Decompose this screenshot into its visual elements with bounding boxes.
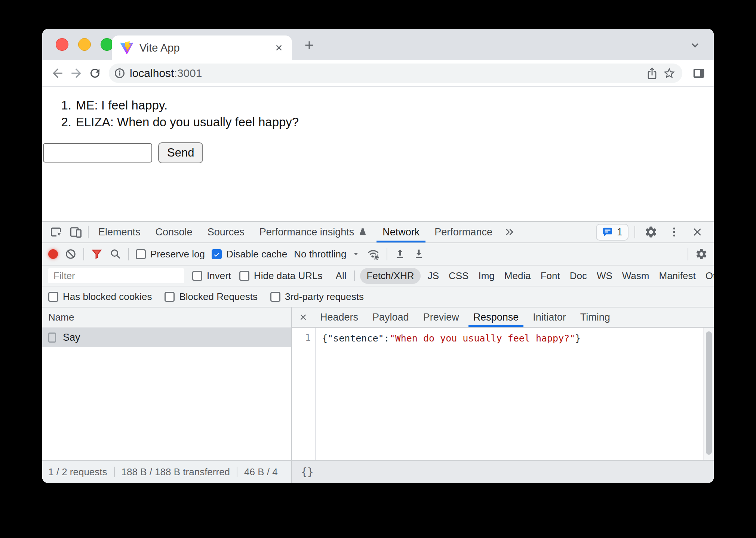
xhr-document-icon — [48, 333, 56, 343]
filter-type-all[interactable]: All — [331, 270, 351, 282]
vertical-scrollbar[interactable] — [703, 328, 714, 460]
checkbox-unchecked-icon — [165, 292, 175, 302]
detail-tab-headers[interactable]: Headers — [313, 307, 365, 327]
close-detail-icon[interactable] — [294, 307, 313, 327]
url-port: :3001 — [174, 67, 202, 79]
detail-tab-response[interactable]: Response — [466, 307, 526, 327]
tab-performance-insights[interactable]: Performance insights — [252, 222, 375, 242]
invert-checkbox[interactable]: Invert — [192, 270, 231, 282]
filter-input[interactable] — [48, 268, 184, 283]
filter-type-doc[interactable]: Doc — [565, 270, 592, 282]
issues-badge[interactable]: 1 — [596, 224, 629, 241]
tab-search-chevron-icon[interactable] — [688, 38, 703, 53]
response-viewer[interactable]: 1 {"sentence":"When do you usually feel … — [292, 328, 714, 460]
kebab-menu-icon[interactable] — [664, 222, 684, 242]
response-code: {"sentence":"When do you usually feel ha… — [316, 328, 714, 460]
detail-tab-initiator[interactable]: Initiator — [526, 307, 573, 327]
tab-elements[interactable]: Elements — [91, 222, 148, 242]
message-input[interactable] — [43, 143, 152, 163]
checkbox-unchecked-icon — [136, 249, 146, 259]
hide-data-urls-checkbox[interactable]: Hide data URLs — [239, 270, 323, 282]
preserve-log-checkbox[interactable]: Preserve log — [136, 248, 205, 260]
filter-type-js[interactable]: JS — [423, 270, 444, 282]
chat-bubble-icon — [602, 226, 613, 238]
checkbox-unchecked-icon — [192, 271, 202, 281]
filter-type-ws[interactable]: WS — [592, 270, 617, 282]
disable-cache-checkbox[interactable]: Disable cache — [212, 248, 287, 260]
tab-network[interactable]: Network — [375, 222, 427, 242]
clear-network-log-icon[interactable] — [65, 248, 77, 260]
dropdown-caret-icon — [352, 250, 360, 258]
bookmark-star-icon[interactable] — [661, 65, 678, 82]
issues-count: 1 — [617, 226, 623, 238]
filter-type-wasm[interactable]: Wasm — [617, 270, 654, 282]
network-status-bar: 1 / 2 requests 188 B / 188 B transferred… — [42, 460, 291, 483]
share-icon[interactable] — [643, 65, 661, 82]
scrollbar-thumb[interactable] — [706, 331, 712, 455]
back-button[interactable] — [48, 64, 67, 83]
fullscreen-window-button[interactable] — [101, 38, 113, 51]
import-har-icon[interactable] — [394, 248, 406, 260]
filter-type-fetch-xhr[interactable]: Fetch/XHR — [360, 268, 420, 284]
vite-logo-icon — [120, 41, 133, 55]
filter-type-font[interactable]: Font — [536, 270, 565, 282]
network-filter-row: Invert Hide data URLs All Fetch/XHR JS C… — [42, 266, 714, 287]
forward-button[interactable] — [67, 64, 86, 83]
network-main-area: Name Say 1 / 2 requests 188 B / 188 B tr… — [42, 307, 714, 483]
list-item: 2. ELIZA: When do you usually feel happy… — [53, 114, 714, 130]
checkbox-unchecked-icon — [239, 271, 249, 281]
new-tab-button[interactable] — [301, 37, 317, 53]
address-bar[interactable]: localhost:3001 — [109, 64, 682, 83]
browser-tab[interactable]: Vite App — [112, 35, 292, 60]
site-info-icon[interactable] — [113, 67, 126, 80]
detail-tab-preview[interactable]: Preview — [416, 307, 466, 327]
network-conditions-icon[interactable] — [366, 247, 380, 261]
list-marker: 1. — [53, 97, 71, 114]
tab-close-icon[interactable] — [274, 43, 284, 53]
experiment-flask-icon — [358, 227, 368, 237]
throttling-dropdown[interactable]: No throttling — [294, 248, 360, 260]
more-tabs-icon[interactable] — [500, 222, 519, 242]
filter-type-manifest[interactable]: Manifest — [654, 270, 701, 282]
request-row-say[interactable]: Say — [42, 328, 291, 347]
devtools-settings-gear-icon[interactable] — [641, 222, 661, 242]
devtools-close-icon[interactable] — [688, 222, 707, 242]
tab-console[interactable]: Console — [148, 222, 200, 242]
search-icon[interactable] — [110, 248, 122, 260]
window-controls — [56, 38, 113, 51]
filter-type-media[interactable]: Media — [500, 270, 536, 282]
inspect-element-icon[interactable] — [47, 222, 66, 242]
minimize-window-button[interactable] — [78, 38, 91, 51]
format-icon[interactable]: {} — [301, 466, 314, 478]
reload-button[interactable] — [86, 64, 104, 83]
detail-tab-timing[interactable]: Timing — [573, 307, 617, 327]
resources-summary: 46 B / 4 — [244, 466, 278, 478]
third-party-requests-checkbox[interactable]: 3rd-party requests — [270, 291, 364, 303]
blocked-requests-checkbox[interactable]: Blocked Requests — [165, 291, 258, 303]
browser-window: Vite App localhost:3001 — [42, 29, 714, 483]
filter-type-img[interactable]: Img — [473, 270, 499, 282]
filter-type-other[interactable]: Other — [701, 270, 714, 282]
checkbox-checked-icon — [212, 249, 222, 259]
record-network-log-icon[interactable] — [48, 249, 58, 259]
request-name: Say — [63, 332, 80, 343]
network-settings-gear-icon[interactable] — [695, 248, 708, 260]
message-text: ELIZA: When do you usually feel happy? — [76, 114, 299, 130]
device-toolbar-icon[interactable] — [66, 222, 86, 242]
detail-tab-bar: Headers Payload Preview Response Initiat… — [292, 307, 714, 328]
url-host: localhost — [130, 67, 174, 79]
filter-type-css[interactable]: CSS — [444, 270, 473, 282]
send-button[interactable]: Send — [158, 142, 203, 163]
filter-funnel-icon[interactable] — [91, 248, 103, 260]
detail-tab-payload[interactable]: Payload — [365, 307, 416, 327]
tab-sources[interactable]: Sources — [200, 222, 252, 242]
export-har-icon[interactable] — [413, 248, 425, 260]
json-string: "When do you usually feel happy?" — [390, 333, 575, 344]
name-column-header[interactable]: Name — [42, 307, 291, 328]
tab-performance[interactable]: Performance — [427, 222, 500, 242]
devtools-panel: Elements Console Sources Performance ins… — [42, 221, 714, 483]
line-number: 1 — [292, 332, 311, 343]
has-blocked-cookies-checkbox[interactable]: Has blocked cookies — [48, 291, 152, 303]
side-panel-icon[interactable] — [690, 64, 708, 82]
close-window-button[interactable] — [56, 38, 68, 51]
